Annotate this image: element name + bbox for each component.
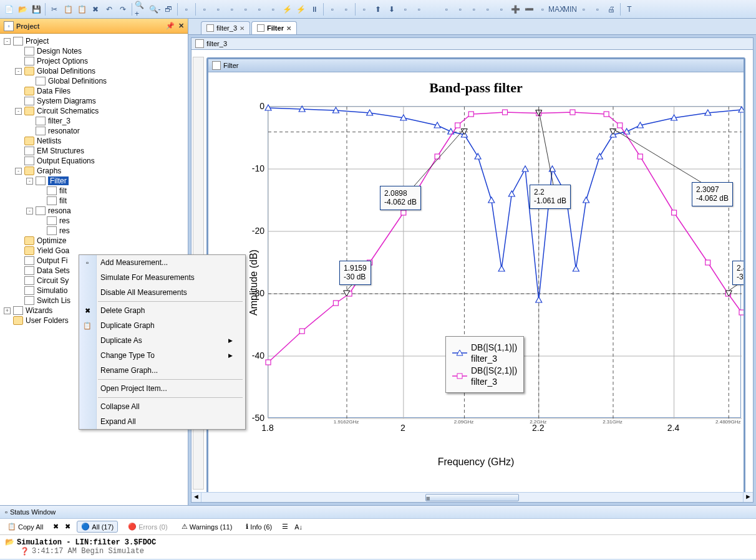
document-tab[interactable]: filter_3✕ <box>201 21 250 34</box>
tree-item[interactable]: Design Notes <box>1 46 187 56</box>
toolbar-button[interactable]: ⚡ <box>294 3 307 16</box>
menu-item[interactable]: Open Project Item... <box>79 381 245 396</box>
toolbar-button[interactable]: MIN <box>564 3 576 16</box>
toolbar-button[interactable]: ▫ <box>180 3 193 16</box>
toolbar-button[interactable]: ▫ <box>399 3 412 16</box>
toolbar-button[interactable]: 🔍- <box>148 3 161 16</box>
tree-item[interactable]: -Filter <box>1 176 187 186</box>
toolbar-button[interactable]: ▫ <box>226 3 238 16</box>
tree-item[interactable]: res <box>1 216 187 226</box>
scrollbar-thumb[interactable]: ≡ <box>425 494 519 501</box>
menu-item[interactable]: Simulate For Measurements <box>79 270 245 285</box>
menu-item[interactable]: Rename Graph... <box>79 363 245 378</box>
toolbar-button[interactable]: 📋 <box>62 3 74 16</box>
menu-item[interactable]: Expand All <box>79 414 245 429</box>
tree-toggle[interactable]: - <box>26 208 33 215</box>
toolbar-button[interactable]: 🖨 <box>605 3 618 16</box>
menu-item[interactable]: Disable All Measurements <box>79 285 245 300</box>
horizontal-scrollbar[interactable]: ◄ ≡ ► <box>191 492 753 502</box>
tree-toggle[interactable]: - <box>4 38 11 45</box>
tree-item[interactable]: Project Options <box>1 56 187 66</box>
toolbar-button[interactable]: ▫ <box>340 3 352 16</box>
toolbar-button[interactable]: ⚡ <box>281 3 293 16</box>
toolbar-button[interactable]: 📄 <box>2 3 15 16</box>
tree-item[interactable]: filter_3 <box>1 116 187 126</box>
chart-marker-label[interactable]: 2.3097-4.062 dB <box>692 182 733 206</box>
toolbar-button[interactable] <box>427 3 439 16</box>
tab-close-icon[interactable]: ✕ <box>240 25 245 32</box>
chart-marker-label[interactable]: 2.481-30 dB <box>732 261 745 285</box>
toolbar-button[interactable]: ▫ <box>253 3 266 16</box>
menu-item[interactable]: ✖Delete Graph <box>79 303 245 318</box>
chart-marker-label[interactable]: 1.9159-30 dB <box>339 261 371 285</box>
menu-item[interactable]: Collapse All <box>79 399 245 414</box>
tab-close-icon[interactable]: ✕ <box>286 25 291 32</box>
tree-toggle[interactable]: - <box>15 68 22 75</box>
toolbar-button[interactable]: ⬆ <box>372 3 384 16</box>
document-tab[interactable]: Filter✕ <box>251 21 297 34</box>
tree-item[interactable]: Netlists <box>1 136 187 146</box>
toolbar-button[interactable]: ▫ <box>413 3 425 16</box>
tree-toggle[interactable]: - <box>26 178 33 185</box>
toolbar-button[interactable]: 🗗 <box>162 3 175 16</box>
toolbar-button[interactable]: ▫ <box>358 3 371 16</box>
tree-item[interactable]: Optimize <box>1 236 187 246</box>
toolbar-button[interactable]: ✂ <box>48 3 61 16</box>
toolbar-button[interactable]: ▫ <box>468 3 480 16</box>
tree-item[interactable]: -Circuit Schematics <box>1 106 187 116</box>
chart[interactable]: Band-pass filter Amplitude (dB) Frequenc… <box>208 72 744 493</box>
tree-item[interactable]: res <box>1 226 187 236</box>
toolbar-button[interactable]: ↶ <box>103 3 115 16</box>
toolbar-button[interactable]: ▫ <box>440 3 453 16</box>
toolbar-button[interactable]: ↷ <box>117 3 129 16</box>
toolbar-button[interactable]: ▫ <box>482 3 494 16</box>
copy-all-button[interactable]: 📋 Copy All <box>4 521 47 532</box>
subtab-label[interactable]: filter_3 <box>206 40 227 47</box>
tree-toggle[interactable]: + <box>4 307 11 314</box>
toolbar-button[interactable]: 📋 <box>75 3 88 16</box>
tree-item[interactable]: -Global Definitions <box>1 66 187 76</box>
sort-icon[interactable]: ☰ <box>282 523 288 531</box>
status-tab[interactable]: ⚠Warnings (11) <box>178 521 236 532</box>
status-tab[interactable]: ℹInfo (6) <box>242 521 276 532</box>
status-tab[interactable]: 🔴Errors (0) <box>124 521 171 532</box>
toolbar-button[interactable]: T <box>623 3 636 16</box>
menu-item[interactable]: 📋Duplicate Graph <box>79 318 245 333</box>
menu-item[interactable]: Duplicate As▶ <box>79 333 245 348</box>
toolbar-button[interactable]: ▫ <box>536 3 549 16</box>
menu-item[interactable]: ▫Add Measurement... <box>79 255 245 270</box>
clear-icon[interactable]: ✖ <box>53 523 59 531</box>
toolbar-button[interactable]: ⬇ <box>385 3 398 16</box>
toolbar-button[interactable]: ▫ <box>212 3 225 16</box>
chart-marker-label[interactable]: 2.0898-4.062 dB <box>380 186 421 210</box>
toolbar-button[interactable]: ▫ <box>240 3 252 16</box>
tree-item[interactable]: -Project <box>1 36 187 46</box>
toolbar-button[interactable]: ▫ <box>326 3 339 16</box>
toolbar-button[interactable]: MAX <box>550 3 563 16</box>
pin-icon[interactable]: 📌 <box>166 22 175 30</box>
tree-item[interactable]: resonator <box>1 126 187 136</box>
clear-all-icon[interactable]: ✖ <box>65 523 70 531</box>
tree-item[interactable]: -Graphs <box>1 166 187 176</box>
tree-item[interactable]: EM Structures <box>1 146 187 156</box>
tree-toggle[interactable]: - <box>15 108 22 115</box>
toolbar-button[interactable]: ✖ <box>89 3 102 16</box>
toolbar-button[interactable]: 🔍+ <box>135 3 147 16</box>
tree-item[interactable]: System Diagrams <box>1 96 187 106</box>
menu-item[interactable]: Change Type To▶ <box>79 348 245 363</box>
toolbar-button[interactable]: ⏸ <box>308 3 321 16</box>
tree-item[interactable]: filt <box>1 196 187 206</box>
toolbar-button[interactable]: 💾 <box>30 3 42 16</box>
toolbar-button[interactable]: ▫ <box>198 3 211 16</box>
toolbar-button[interactable]: ▫ <box>591 3 604 16</box>
tree-toggle[interactable]: - <box>15 168 22 175</box>
tree-item[interactable]: Output Equations <box>1 156 187 166</box>
toolbar-button[interactable]: ▫ <box>495 3 508 16</box>
status-tab[interactable]: 🔵All (17) <box>77 521 118 533</box>
toolbar-button[interactable]: ▫ <box>578 3 590 16</box>
chart-marker-label[interactable]: 2.2-1.061 dB <box>530 185 571 209</box>
tree-item[interactable]: filt <box>1 186 187 196</box>
toolbar-button[interactable]: ➕ <box>509 3 521 16</box>
tree-item[interactable]: Global Definitions <box>1 76 187 86</box>
toolbar-button[interactable]: ▫ <box>267 3 279 16</box>
